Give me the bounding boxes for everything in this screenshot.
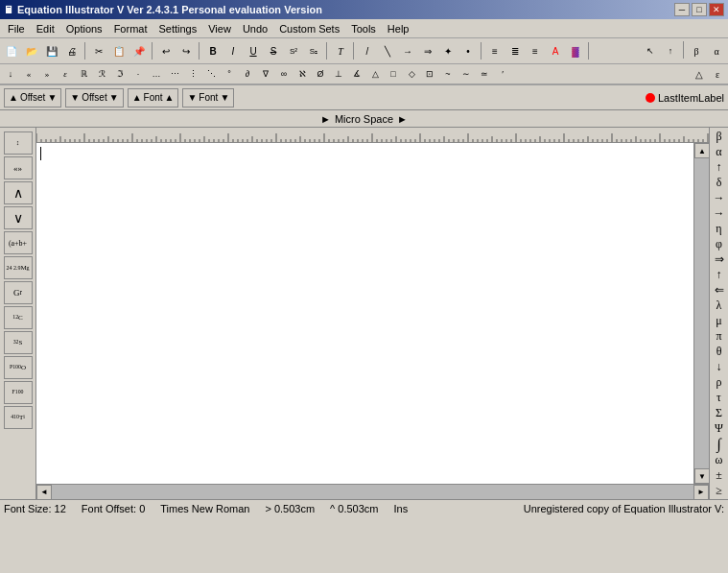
bold-button[interactable]: B <box>203 41 223 60</box>
offset-up-button[interactable]: ▲ Offset ▼ <box>4 88 61 107</box>
copy-button[interactable]: 📋 <box>109 41 129 60</box>
vertical-scrollbar[interactable]: ▲ ▼ <box>693 143 709 484</box>
italic-button[interactable]: I <box>223 41 243 60</box>
scroll-left-button[interactable]: ◄ <box>36 485 52 500</box>
sym-symbol11[interactable]: ⊡ <box>421 65 438 83</box>
draw1-button[interactable]: / <box>358 41 377 60</box>
arrow-upleft[interactable]: ↖ <box>641 41 660 60</box>
sym-prime[interactable]: ′ <box>494 65 511 83</box>
scroll-down-button[interactable]: ▼ <box>694 468 710 484</box>
superscript-button[interactable]: S² <box>284 41 303 60</box>
sym-down-arrow[interactable]: ↓ <box>2 65 19 83</box>
rsym-up-arrow2[interactable]: ↑ <box>711 268 728 282</box>
h-scroll-track[interactable] <box>52 485 693 499</box>
sidebar-gr-btn[interactable]: Gr <box>4 281 33 304</box>
menu-tools[interactable]: Tools <box>345 21 382 36</box>
rsym-alpha[interactable]: α <box>711 145 728 159</box>
right-sym-delta[interactable]: △ <box>691 65 708 83</box>
sym-dots2[interactable]: … <box>148 65 165 83</box>
rsym-eta[interactable]: η <box>711 222 728 236</box>
sidebar-laquo-btn[interactable]: «» <box>4 156 33 179</box>
rsym-delta[interactable]: δ <box>711 176 728 190</box>
font-up-button[interactable]: ▲ Font ▲ <box>128 88 179 107</box>
rsym-right-arrow2[interactable]: → <box>711 206 728 221</box>
sidebar-fluorine-btn[interactable]: F100 <box>4 381 33 404</box>
right-sym-epsilon[interactable]: ε <box>709 65 726 83</box>
menu-help[interactable]: Help <box>382 21 415 36</box>
sym-symbol1[interactable]: ∂ <box>239 65 256 83</box>
menu-settings[interactable]: Settings <box>153 21 202 36</box>
save-button[interactable]: 💾 <box>42 41 61 60</box>
sym-dots5[interactable]: ⋱ <box>202 65 220 83</box>
menu-undo[interactable]: Undo <box>237 21 273 36</box>
maximize-button[interactable]: □ <box>692 3 707 16</box>
sym-symbol8[interactable]: △ <box>366 65 384 83</box>
rsym-plusminus[interactable]: ± <box>711 468 728 483</box>
color1-button[interactable]: A <box>546 41 565 60</box>
sym-symbol3[interactable]: ∞ <box>275 65 293 83</box>
sym-e[interactable]: ε <box>57 65 74 83</box>
menu-options[interactable]: Options <box>60 21 108 36</box>
sym-symbol5[interactable]: Ø <box>312 65 329 83</box>
sym-langle[interactable]: « <box>20 65 37 83</box>
special1-button[interactable]: T <box>331 41 350 60</box>
sym-dots4[interactable]: ⋮ <box>184 65 201 83</box>
strikethrough-button[interactable]: S <box>264 41 283 60</box>
micro-left-arrow[interactable]: ► <box>320 113 331 125</box>
sidebar-oxygen-btn[interactable]: P100O <box>4 356 33 379</box>
menu-edit[interactable]: Edit <box>31 21 60 36</box>
paste-button[interactable]: 📌 <box>129 41 149 60</box>
scroll-track[interactable] <box>694 158 709 468</box>
color2-button[interactable]: ▓ <box>566 41 585 60</box>
sym-dots3[interactable]: ⋯ <box>166 65 183 83</box>
rsym-theta[interactable]: θ <box>711 345 728 359</box>
scroll-right-button[interactable]: ► <box>693 485 709 500</box>
sym-tilde[interactable]: ~ <box>439 65 457 83</box>
editor-content[interactable] <box>36 143 693 484</box>
rsym-pi[interactable]: π <box>711 329 728 344</box>
redo-button[interactable]: ↪ <box>176 41 196 60</box>
sym-dots6[interactable]: ° <box>221 65 238 83</box>
cut-button[interactable]: ✂ <box>89 41 108 60</box>
rsym-rho[interactable]: ρ <box>711 375 728 390</box>
menu-file[interactable]: File <box>2 21 31 36</box>
star-button[interactable]: ✦ <box>438 41 458 60</box>
horizontal-scrollbar[interactable]: ◄ ► <box>36 484 709 499</box>
sym-wave1[interactable]: ∼ <box>458 65 475 83</box>
sidebar-ti-btn[interactable]: 410Ti <box>4 406 33 429</box>
menu-format[interactable]: Format <box>108 21 153 36</box>
print-button[interactable]: 🖨 <box>62 41 82 60</box>
draw4-button[interactable]: ⇒ <box>418 41 437 60</box>
rsym-mu[interactable]: μ <box>711 314 728 328</box>
rsym-delta-up[interactable]: ↑ <box>711 160 728 175</box>
align1-button[interactable]: ≡ <box>485 41 505 60</box>
beta-sym[interactable]: β <box>687 41 706 60</box>
rsym-int[interactable]: ∫ <box>711 437 728 452</box>
sym-dots1[interactable]: · <box>129 65 147 83</box>
draw3-button[interactable]: → <box>398 41 417 60</box>
scroll-up-button[interactable]: ▲ <box>694 143 710 158</box>
open-button[interactable]: 📂 <box>22 41 41 60</box>
sidebar-mg-btn[interactable]: 24 2.9Mg <box>4 256 33 279</box>
sym-symbol10[interactable]: ◇ <box>403 65 420 83</box>
arrow-up[interactable]: ↑ <box>661 41 680 60</box>
sidebar-sulfur-btn[interactable]: 32S <box>4 331 33 354</box>
rsym-sigma[interactable]: Σ <box>711 406 728 420</box>
sidebar-expr-btn[interactable]: (a+b+ <box>4 231 33 254</box>
sym-symbol7[interactable]: ∡ <box>348 65 365 83</box>
sym-symbol2[interactable]: ∇ <box>257 65 274 83</box>
alpha-sym[interactable]: α <box>707 41 726 60</box>
rsym-omega[interactable]: ω <box>711 453 728 467</box>
draw2-button[interactable]: ╲ <box>378 41 397 60</box>
rsym-beta[interactable]: β <box>711 130 728 144</box>
micro-right-arrow[interactable]: ► <box>397 113 408 125</box>
rsym-down-v[interactable]: ↓ <box>711 360 728 374</box>
sidebar-vee-btn[interactable]: ∨ <box>4 206 33 229</box>
sym-r[interactable]: ℛ <box>93 65 110 83</box>
sym-symbol9[interactable]: □ <box>385 65 402 83</box>
rsym-left-arrow[interactable]: ⇐ <box>711 283 728 298</box>
offset-down-button[interactable]: ▼ Offset ▼ <box>65 88 123 107</box>
sym-i[interactable]: ℑ <box>111 65 129 83</box>
rsym-lambda[interactable]: λ <box>711 298 728 313</box>
dot-button[interactable]: • <box>458 41 478 60</box>
